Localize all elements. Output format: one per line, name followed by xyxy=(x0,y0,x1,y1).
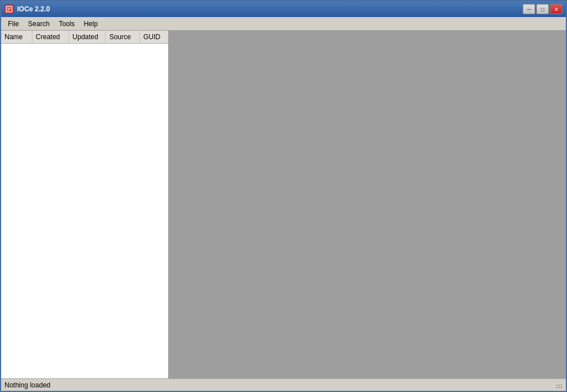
column-header-guid: GUID xyxy=(140,31,168,43)
window-title: IOCe 2.2.0 xyxy=(17,5,50,13)
app-icon xyxy=(5,5,14,14)
minimize-button[interactable]: ─ xyxy=(523,4,535,14)
main-window: IOCe 2.2.0 ─ □ ✕ File Search Tools Help … xyxy=(0,0,567,392)
menu-bar: File Search Tools Help xyxy=(1,17,566,31)
column-header-updated: Updated xyxy=(69,31,106,43)
maximize-button[interactable]: □ xyxy=(536,4,549,14)
status-bar: Nothing loaded xyxy=(1,378,566,391)
column-header-source: Source xyxy=(106,31,140,43)
menu-file[interactable]: File xyxy=(3,19,23,29)
right-panel xyxy=(169,31,566,378)
menu-search[interactable]: Search xyxy=(23,19,54,29)
table-body[interactable] xyxy=(1,44,168,378)
table-header: Name Created Updated Source GUID xyxy=(1,31,168,44)
status-text: Nothing loaded xyxy=(5,381,556,389)
column-header-created: Created xyxy=(32,31,69,43)
menu-help[interactable]: Help xyxy=(79,19,102,29)
main-panel: Name Created Updated Source GUID xyxy=(1,31,566,378)
title-bar: IOCe 2.2.0 ─ □ ✕ xyxy=(1,1,566,17)
window-controls: ─ □ ✕ xyxy=(523,4,562,14)
close-button[interactable]: ✕ xyxy=(550,4,562,14)
left-panel: Name Created Updated Source GUID xyxy=(1,31,169,378)
column-header-name: Name xyxy=(1,31,32,43)
menu-tools[interactable]: Tools xyxy=(54,19,79,29)
title-bar-left: IOCe 2.2.0 xyxy=(5,5,50,14)
resize-grip[interactable] xyxy=(556,382,562,389)
